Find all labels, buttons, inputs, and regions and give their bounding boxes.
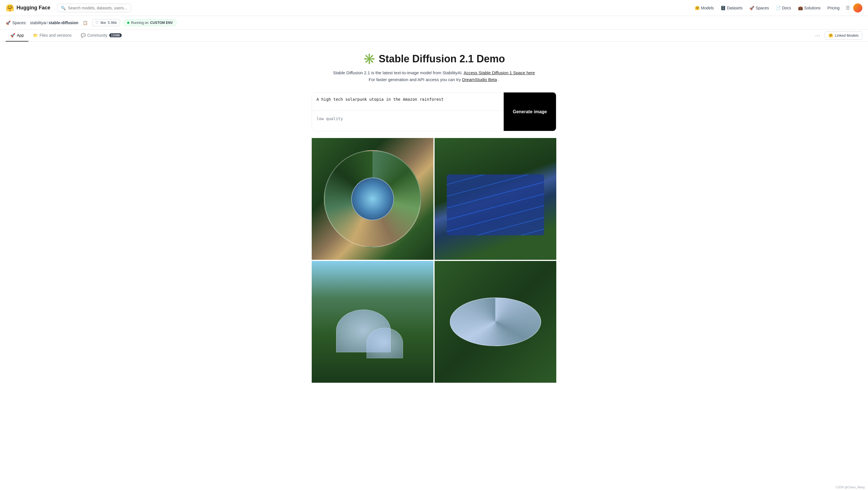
avatar[interactable] (853, 3, 862, 12)
title-text: Stable Diffusion 2.1 Demo (378, 53, 505, 65)
linked-models-label: Linked Models (835, 33, 859, 37)
tab-app-label: App (17, 33, 24, 37)
input-fields: A high tech solarpunk utopia in the Amaz… (312, 92, 504, 131)
image-placeholder-3 (312, 261, 433, 383)
tab-community-icon: 💬 (81, 33, 86, 37)
nav-pricing[interactable]: Pricing (825, 4, 842, 12)
tab-app-icon: 🚀 (10, 33, 15, 37)
brand-name: Hugging Face (17, 5, 50, 11)
search-input[interactable] (68, 6, 127, 10)
spaces-text: Spaces: (12, 21, 27, 25)
search-icon: 🔍 (61, 6, 66, 10)
navbar: 🤗 Hugging Face 🔍 🤗 Models 🗄️ Datasets 🚀 … (0, 0, 868, 16)
docs-icon: 📄 (776, 6, 781, 10)
pricing-label: Pricing (827, 6, 840, 10)
linked-models-button[interactable]: 🤗 Linked Models (825, 31, 862, 39)
tabs-bar: 🚀 App 📁 Files and versions 💬 Community 1… (0, 30, 868, 41)
nav-datasets[interactable]: 🗄️ Datasets (718, 4, 745, 12)
more-options-button[interactable]: ⋯ (813, 31, 823, 40)
image-placeholder-4 (435, 261, 556, 383)
search-box[interactable]: 🔍 (57, 4, 131, 12)
page-title: ✳️ Stable Diffusion 2.1 Demo (312, 53, 556, 65)
datasets-label: Datasets (727, 6, 743, 10)
main-nav: 🤗 Models 🗄️ Datasets 🚀 Spaces 📄 Docs 💼 S… (692, 4, 842, 12)
nav-solutions[interactable]: 💼 Solutions (795, 4, 824, 12)
like-label: like (100, 21, 106, 25)
image-disc (450, 297, 541, 346)
image-placeholder-1 (312, 138, 433, 260)
status-badge: Running on CUSTOM ENV (123, 19, 177, 26)
spaces-label: Spaces (756, 6, 769, 10)
tabs-right: ⋯ 🤗 Linked Models (813, 31, 862, 40)
main-content: ✳️ Stable Diffusion 2.1 Demo Stable Diff… (306, 41, 562, 394)
breadcrumb: stabilityai / stable-diffusion (30, 21, 79, 25)
title-icon: ✳️ (363, 53, 376, 65)
menu-icon[interactable]: ☰ (845, 4, 851, 12)
image-dome-2 (367, 328, 403, 358)
generated-image-4 (435, 261, 556, 383)
navbar-actions: ☰ (845, 3, 862, 12)
generated-image-1 (312, 138, 433, 260)
image-center-circle-1 (351, 178, 394, 220)
description: Stable Diffusion 2.1 is the latest text-… (312, 69, 556, 83)
datasets-icon: 🗄️ (721, 6, 725, 10)
linked-models-icon: 🤗 (829, 33, 833, 37)
status-env: CUSTOM ENV (150, 21, 173, 25)
like-count: 5.96k (108, 21, 117, 25)
nav-spaces[interactable]: 🚀 Spaces (747, 4, 772, 12)
image-grid (312, 138, 556, 383)
generated-image-2 (435, 138, 556, 260)
solutions-label: Solutions (804, 6, 821, 10)
demo-inputs: A high tech solarpunk utopia in the Amaz… (312, 92, 556, 131)
brand[interactable]: 🤗 Hugging Face (6, 4, 50, 12)
nav-models[interactable]: 🤗 Models (692, 4, 717, 12)
nav-docs[interactable]: 📄 Docs (773, 4, 794, 12)
spaces-breadcrumb-label: 🚀 Spaces: (6, 21, 27, 25)
access-link[interactable]: Access Stable Diffusion 1 Space here (464, 70, 535, 75)
tab-files[interactable]: 📁 Files and versions (28, 30, 76, 41)
generated-image-3 (312, 261, 433, 383)
generate-button[interactable]: Generate image (504, 92, 556, 131)
spaces-breadcrumb-icon: 🚀 (6, 21, 10, 25)
status-dot (127, 22, 129, 24)
negative-prompt-input[interactable]: low quality (312, 112, 504, 130)
solutions-icon: 💼 (798, 6, 803, 10)
tab-community-label: Community (87, 33, 107, 37)
tab-app[interactable]: 🚀 App (6, 30, 28, 41)
heart-icon: ♡ (95, 21, 99, 25)
desc-end: . (498, 77, 499, 82)
breadcrumb-repo[interactable]: stable-diffusion (49, 21, 78, 25)
breadcrumb-bar: 🚀 Spaces: stabilityai / stable-diffusion… (0, 16, 868, 30)
image-placeholder-2 (435, 138, 556, 260)
desc-text-2: For faster generation and API access you… (369, 77, 461, 82)
breadcrumb-sep: / (47, 21, 48, 25)
models-label: Models (701, 6, 714, 10)
docs-label: Docs (782, 6, 791, 10)
spaces-nav-icon: 🚀 (749, 6, 754, 10)
brand-logo: 🤗 (6, 4, 14, 12)
tab-files-label: Files and versions (39, 33, 72, 37)
prompt-input[interactable]: A high tech solarpunk utopia in the Amaz… (312, 92, 504, 111)
copy-button[interactable]: 📋 (82, 20, 89, 26)
status-text: Running on (131, 21, 149, 25)
breadcrumb-owner[interactable]: stabilityai (30, 21, 46, 25)
demo-box: A high tech solarpunk utopia in the Amaz… (312, 92, 556, 131)
tab-community[interactable]: 💬 Community 13388 (76, 30, 126, 41)
tab-files-icon: 📁 (33, 33, 38, 37)
image-solar-panels (447, 174, 544, 235)
desc-text-1: Stable Diffusion 2.1 is the latest text-… (333, 70, 463, 75)
models-icon: 🤗 (695, 6, 700, 10)
community-badge: 13388 (109, 33, 122, 37)
dreamstudio-link[interactable]: DreamStudio Beta (462, 77, 497, 82)
like-button[interactable]: ♡ like 5.96k (92, 19, 120, 26)
